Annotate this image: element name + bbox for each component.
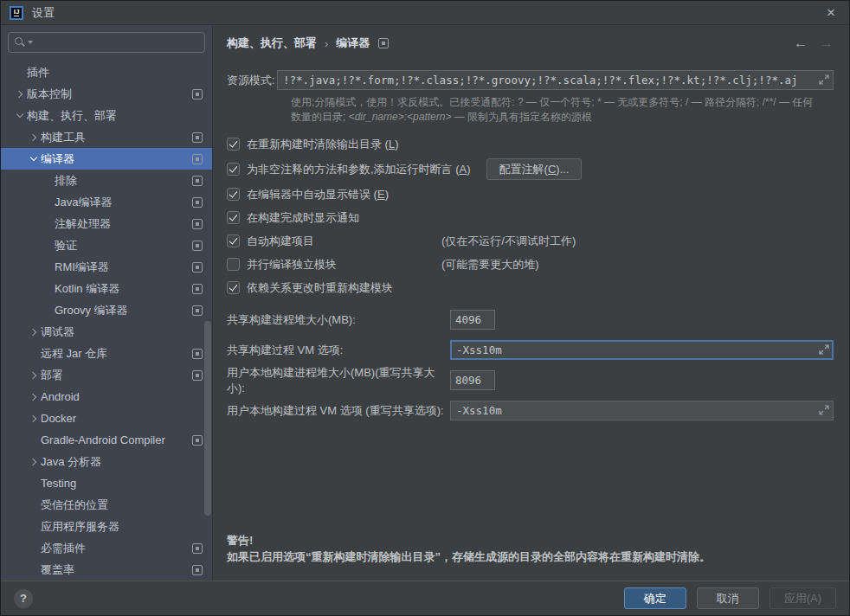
sidebar-item-label: Java 分析器 [41,454,101,470]
sidebar-item[interactable]: Android [1,386,212,407]
shared-vm-options-input[interactable] [450,340,834,360]
sidebar-item[interactable]: Java编译器 [1,191,212,213]
sidebar-item-label: Docker [41,412,76,425]
screen-icon [192,435,203,446]
tree-indent-spacer [41,217,55,231]
screen-icon [192,284,203,294]
sidebar-item[interactable]: 覆盖率 [1,559,212,581]
chevron-right-icon[interactable] [13,87,27,101]
tree-indent-spacer [41,260,55,274]
sidebar-item-label: 插件 [27,65,49,80]
chevron-right-icon[interactable] [27,390,41,404]
shared-vm-options-row: 共享构建过程 VM 选项: [227,340,834,360]
sidebar-item[interactable]: 调试器 [1,321,212,343]
shared-heap-size-input[interactable] [450,310,495,330]
checkbox-row-clear-output: 在重新构建时清除输出目录 (L) [227,132,849,156]
window-title: 设置 [32,5,55,21]
checkbox[interactable] [227,138,240,151]
user-heap-size-row: 用户本地构建进程堆大小(MB)(重写共享大小): [227,370,834,390]
resource-patterns-input[interactable] [277,70,834,90]
tree-indent-spacer [41,196,55,209]
sidebar-item[interactable]: RMI编译器 [1,256,212,278]
sidebar-item[interactable]: 编译器 [1,148,212,170]
checkbox[interactable] [227,234,240,247]
expand-field-icon[interactable] [819,344,829,355]
sidebar-scrollbar-thumb[interactable] [204,321,211,516]
back-arrow-icon[interactable]: ← [794,35,808,51]
checkbox-label: 自动构建项目 [247,234,314,249]
configure-annotations-button[interactable]: 配置注解(C)... [486,158,583,180]
ok-button[interactable]: 确定 [624,587,686,609]
search-options-caret-icon[interactable] [28,41,33,44]
sidebar-item-label: 受信任的位置 [41,497,108,513]
checkbox-label: 在编辑器中自动显示错误 (E) [247,187,389,202]
sidebar-item[interactable]: 构建工具 [1,126,212,148]
sidebar-item[interactable]: 应用程序服务器 [1,516,212,537]
expand-field-icon[interactable] [819,74,829,85]
sidebar-item[interactable]: Testing [1,472,212,494]
sidebar-item[interactable]: Groovy 编译器 [1,299,212,321]
tree-indent-spacer [41,174,55,188]
screen-icon [192,197,203,208]
chevron-down-icon[interactable] [13,109,27,123]
breadcrumb-parent[interactable]: 构建、执行、部署 [227,35,317,51]
sidebar-item[interactable]: 注解处理器 [1,213,212,234]
tree-indent-spacer [27,563,41,577]
screen-icon [192,219,203,229]
screen-icon [192,370,203,381]
sidebar-item-label: 部署 [41,368,63,383]
checkbox[interactable] [227,188,240,201]
sidebar-item[interactable]: 验证 [1,234,212,256]
search-box[interactable] [8,32,205,53]
tree-indent-spacer [27,542,41,555]
sidebar-item-label: 构建、执行、部署 [27,108,117,124]
sidebar-item[interactable]: Gradle-Android Compiler [1,429,212,451]
screen-icon [192,262,203,273]
sidebar-item[interactable]: 版本控制 [1,83,212,105]
checkbox[interactable] [227,258,240,271]
chevron-right-icon[interactable] [27,455,41,469]
shared-vm-options-wrap [450,340,834,360]
sidebar-item[interactable]: 受信任的位置 [1,494,212,516]
user-heap-size-input[interactable] [450,370,495,390]
cancel-button[interactable]: 取消 [697,587,759,609]
chevron-right-icon[interactable] [27,131,41,144]
user-vm-options-input[interactable] [450,401,834,420]
sidebar-item[interactable]: Docker [1,407,212,429]
checkbox-hint: (仅在不运行/不调试时工作) [441,234,576,249]
checkbox[interactable] [227,211,240,224]
help-icon[interactable]: ? [14,589,33,608]
resource-patterns-row: 资源模式: [227,70,834,90]
sidebar-item[interactable]: Kotlin 编译器 [1,278,212,299]
checkbox[interactable] [227,163,240,176]
chevron-down-icon[interactable] [27,152,41,166]
sidebar-item[interactable]: 插件 [1,61,212,83]
sidebar-item[interactable]: 部署 [1,364,212,386]
sidebar-item[interactable]: Java 分析器 [1,451,212,472]
checkbox-label: 为非空注释的方法和参数,添加运行时断言 (A) [247,162,471,177]
close-icon[interactable]: × [823,5,839,20]
checkbox-label: 并行编译独立模块 [247,257,337,273]
expand-field-icon[interactable] [819,405,829,415]
tree-indent-spacer [27,520,41,534]
chevron-right-icon[interactable] [27,325,41,339]
tree-indent-spacer [41,282,55,296]
field-label: 共享构建过程 VM 选项: [227,343,450,358]
sidebar-item[interactable]: 排除 [1,170,212,191]
chevron-right-icon[interactable] [27,412,41,426]
screen-icon [378,38,389,48]
search-input[interactable] [36,36,199,49]
checkbox-label: 在构建完成时显示通知 [247,210,359,226]
sidebar-item-label: RMI编译器 [55,260,109,275]
forward-arrow-icon: → [820,35,834,51]
checkbox[interactable] [227,281,240,294]
sidebar-item[interactable]: 构建、执行、部署 [1,105,212,126]
sidebar-item[interactable]: 必需插件 [1,537,212,559]
sidebar-item-label: 排除 [55,173,77,189]
sidebar-item[interactable]: 远程 Jar 仓库 [1,343,212,364]
apply-button: 应用(A) [770,587,836,609]
settings-tree: 插件版本控制构建、执行、部署构建工具编译器排除Java编译器注解处理器验证RMI… [1,61,212,581]
sidebar-item-label: 验证 [55,238,77,253]
chevron-right-icon[interactable] [27,369,41,382]
screen-icon [192,132,203,143]
